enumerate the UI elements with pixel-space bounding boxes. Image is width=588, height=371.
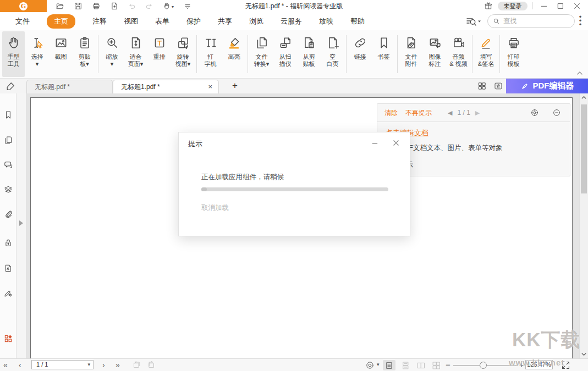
ribbon-reflow-button[interactable]: 重排 [148, 31, 171, 77]
pdf-editor-banner[interactable]: PDF编辑器 [506, 79, 588, 93]
ribbon-fit-page-button[interactable]: 适合 页面▾ [124, 31, 147, 77]
ribbon-rotate-view-button[interactable]: 旋转 视图▾ [172, 31, 194, 77]
facing-layout-button[interactable] [415, 360, 427, 370]
view-demo-text[interactable]: 查看演示 [386, 160, 562, 170]
page-number-input[interactable]: 1 / 1 ▾ [31, 360, 94, 369]
single-page-layout-button[interactable] [383, 360, 395, 370]
cancel-loading-button[interactable]: 取消加载 [201, 203, 229, 213]
security-panel-icon[interactable] [3, 238, 13, 248]
tab-grid-view-icon[interactable] [477, 81, 487, 91]
zoom-out-button[interactable]: − [446, 359, 450, 371]
tab-untitled-pdf[interactable]: 无标题.pdf * [26, 80, 113, 93]
ribbon-blank-page-button[interactable]: 空 白页 [321, 31, 344, 77]
first-page-button[interactable]: « [3, 359, 8, 371]
ribbon-print-template-button[interactable]: 打印 模板 [502, 31, 525, 77]
tip-minimize-icon[interactable] [552, 108, 561, 117]
tab-close-icon[interactable]: × [208, 80, 212, 93]
advanced-search-icon[interactable] [465, 16, 482, 27]
view-mode-icon[interactable] [365, 361, 375, 370]
menu-view[interactable]: 视图 [124, 16, 138, 26]
layers-panel-icon[interactable] [3, 185, 13, 195]
dont-remind-link[interactable]: 不再提示 [405, 108, 432, 118]
clear-link[interactable]: 清除 [384, 108, 398, 118]
rotate-view-icon [176, 36, 190, 50]
tab-untitled1-pdf[interactable]: 无标题1.pdf * × [113, 80, 219, 93]
ribbon-from-clipboard-button[interactable]: 从剪 贴板 [298, 31, 320, 77]
next-view-icon[interactable] [147, 361, 156, 369]
scroll-down-icon[interactable] [581, 351, 587, 357]
vertical-scrollbar[interactable] [579, 93, 588, 358]
menu-help[interactable]: 帮助 [350, 16, 365, 26]
menu-slideshow[interactable]: 放映 [319, 16, 333, 26]
minimize-button[interactable] [540, 2, 548, 10]
bookmarks-panel-icon[interactable] [3, 110, 13, 120]
comments-panel-icon[interactable] [3, 160, 13, 170]
login-status-badge[interactable]: 未登录 [498, 2, 527, 10]
ribbon-hand-tool-button[interactable]: 手型 工具 [2, 31, 25, 77]
stamps-panel-icon[interactable] [3, 288, 13, 298]
ribbon-audio-video-button[interactable]: 音频 & 视频 [447, 31, 470, 77]
zoom-in-button[interactable]: + [519, 359, 524, 371]
facing-continuous-layout-button[interactable] [430, 360, 443, 370]
dialog-title: 提示 [188, 139, 202, 149]
new-tab-button[interactable]: + [232, 80, 238, 91]
page-dropdown-icon[interactable]: ▾ [87, 361, 90, 369]
ribbon-typewriter-button[interactable]: 打 字机 [199, 31, 222, 77]
next-page-button[interactable]: › [102, 359, 105, 371]
maximize-button[interactable] [556, 2, 565, 10]
ribbon-bookmark-button[interactable]: 书签 [372, 31, 395, 77]
ribbon-zoom-button[interactable]: 缩放 ▾ [101, 31, 123, 77]
prev-page-button[interactable]: ‹ [19, 359, 21, 371]
menu-browse[interactable]: 浏览 [249, 16, 263, 26]
ribbon-link-button[interactable]: 链接 [349, 31, 371, 77]
typewriter-icon [204, 36, 218, 50]
gift-icon[interactable] [484, 2, 493, 10]
ribbon-separator [98, 35, 98, 73]
menu-bar: 文件 主页 注释 视图 表单 保护 共享 浏览 云服务 放映 帮助 查找 ••• [0, 12, 588, 30]
collapse-ribbon-icon[interactable] [576, 70, 584, 76]
search-input[interactable]: 查找 [487, 14, 575, 28]
more-panels-icon[interactable] [3, 334, 13, 344]
pager-next-icon[interactable]: ▶ [475, 109, 480, 117]
ribbon-from-scanner-button[interactable]: 从扫 描仪 [274, 31, 296, 77]
menu-protect[interactable]: 保护 [186, 16, 201, 26]
ribbon-snapshot-button[interactable]: 截图 [50, 31, 72, 77]
dialog-minimize-icon[interactable] [371, 140, 378, 147]
edit-document-link[interactable]: 点击编辑文档 [386, 128, 562, 138]
ribbon-file-attachment-button[interactable]: 文件 附件 [400, 31, 422, 77]
ribbon-select-button[interactable]: 选择 ▾ [26, 31, 48, 77]
expand-panel-icon[interactable] [19, 220, 24, 226]
pager-prev-icon[interactable]: ◀ [448, 109, 452, 117]
close-button[interactable] [573, 2, 581, 10]
menu-comment[interactable]: 注释 [92, 16, 107, 26]
pages-panel-icon[interactable] [3, 135, 13, 145]
ribbon-clipboard-button[interactable]: 剪贴 板▾ [73, 31, 96, 77]
menu-form[interactable]: 表单 [155, 16, 169, 26]
more-options-icon[interactable]: ••• [576, 15, 584, 27]
tab-switch-icon[interactable] [493, 81, 503, 91]
previous-view-icon[interactable] [131, 361, 141, 369]
view-mode-caret-icon[interactable]: ▾ [377, 362, 380, 367]
zoom-level-input[interactable]: 125.47% [525, 360, 553, 369]
scrollbar-thumb[interactable] [581, 104, 587, 193]
attachments-panel-icon[interactable] [3, 209, 13, 219]
tip-settings-icon[interactable] [530, 108, 539, 117]
snapshot-icon [54, 36, 68, 50]
dialog-close-icon[interactable] [392, 139, 400, 147]
fullscreen-icon[interactable] [560, 360, 571, 370]
menu-home[interactable]: 主页 [47, 14, 75, 29]
ribbon-image-annotation-button[interactable]: 图像 标注 [424, 31, 446, 77]
last-page-button[interactable]: » [116, 359, 120, 371]
signatures-panel-icon[interactable] [3, 263, 13, 273]
continuous-layout-button[interactable] [399, 360, 412, 370]
edit-pencil-icon[interactable] [5, 81, 16, 92]
foxit-reader-window: G ▾ 无标题1.pdf * - 福昕阅读器专业版 未登录 文件 主页 注释 视… [0, 0, 588, 371]
menu-share[interactable]: 共享 [218, 16, 232, 26]
ribbon-convert-button[interactable]: 文件 转换▾ [250, 31, 273, 77]
menu-cloud[interactable]: 云服务 [281, 16, 302, 26]
ribbon-highlight-button[interactable]: 高亮 [223, 31, 245, 77]
zoom-slider-knob[interactable] [480, 362, 487, 369]
menu-file[interactable]: 文件 [15, 16, 30, 26]
scroll-up-icon[interactable] [581, 95, 587, 101]
ribbon-fill-sign-button[interactable]: 填写 &签名 [475, 31, 497, 77]
